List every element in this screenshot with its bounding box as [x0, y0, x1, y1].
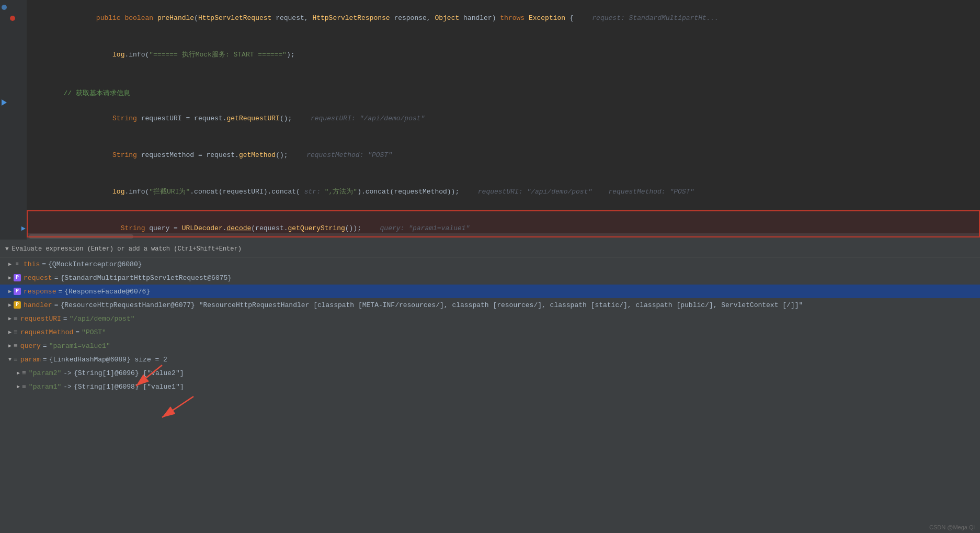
- debug-item-param[interactable]: ▼ ≡ param = {LinkedHashMap@6089} size = …: [0, 353, 980, 366]
- var-param2: "param2": [29, 369, 61, 377]
- csdn-watermark: CSDN @Mega Qi: [929, 524, 975, 530]
- code-line-7: log.info("拦截URI为".concat(requestURI).con…: [8, 174, 980, 210]
- breakpoint-dot-1: [10, 16, 15, 21]
- debugger-header: ▼ Evaluate expression (Enter) or add a w…: [0, 241, 980, 257]
- line-content-8: String query = URLDecoder.decode(request…: [27, 210, 980, 241]
- main-container: public boolean preHandle(HttpServletRequ…: [0, 0, 980, 533]
- code-line-8: ► String query = URLDecoder.decode(reque…: [8, 210, 980, 241]
- left-sidebar: [0, 0, 8, 240]
- line-content-1: public boolean preHandle(HttpServletRequ…: [27, 0, 980, 37]
- code-line-6: String requestMethod = request.getMethod…: [8, 137, 980, 174]
- expand-arrow-response[interactable]: ▶: [8, 288, 12, 294]
- line-gutter-3: [8, 73, 27, 87]
- debug-item-request[interactable]: ▶ P request = {StandardMultipartHttpServ…: [0, 271, 980, 285]
- var-param: param: [20, 356, 41, 364]
- val-param1: {String[1]@6098} ["value1"]: [74, 383, 184, 391]
- expand-arrow-handler[interactable]: ▶: [8, 302, 12, 308]
- hint-5: requestURI: "/api/demo/post": [302, 113, 425, 124]
- expand-arrow-param[interactable]: ▼: [8, 357, 12, 362]
- expand-arrow-query[interactable]: ▶: [8, 343, 12, 349]
- expand-arrow-requestmethod[interactable]: ▶: [8, 329, 12, 335]
- code-text-2: log.info("====== 执行Mock服务: START ======"…: [31, 38, 295, 72]
- code-lines-container: public boolean preHandle(HttpServletRequ…: [8, 0, 980, 241]
- type-icon-query: ≡: [14, 342, 18, 350]
- eq-param: =: [43, 356, 47, 364]
- code-line-3: [8, 73, 980, 87]
- line-gutter-8: ►: [8, 210, 27, 241]
- eq-response: =: [58, 288, 62, 296]
- type-icon-param1: ≡: [22, 383, 26, 391]
- hint-7: requestURI: "/api/demo/post" requestMeth…: [470, 186, 694, 198]
- var-handler: handler: [24, 301, 52, 309]
- eq-this: =: [42, 260, 46, 268]
- debugger-body: ▶ ≡ this = {QMockInterceptor@6080} ▶ P r…: [0, 257, 980, 533]
- hint-1: request: StandardMultipartHt...: [584, 13, 719, 24]
- val-param: {LinkedHashMap@6089} size = 2: [49, 356, 167, 364]
- line-gutter-1: [8, 0, 27, 37]
- line-gutter-7: [8, 174, 27, 210]
- hint-6: requestMethod: "POST": [299, 150, 392, 161]
- val-query: "param1=value1": [49, 342, 110, 350]
- debug-item-this[interactable]: ▶ ≡ this = {QMockInterceptor@6080}: [0, 257, 980, 271]
- type-icon-requestmethod: ≡: [14, 328, 18, 336]
- line-content-3: [27, 73, 980, 87]
- debug-item-response[interactable]: ▶ P response = {ResponseFacade@6076}: [0, 285, 980, 298]
- type-icon-param2: ≡: [22, 369, 26, 377]
- val-handler: {ResourceHttpRequestHandler@6077} "Resou…: [60, 301, 803, 309]
- eq-param2: ->: [63, 369, 72, 377]
- val-param2: {String[1]@6096} ["value2"]: [74, 369, 184, 377]
- line-gutter-4: [8, 87, 27, 100]
- code-line-2: log.info("====== 执行Mock服务: START ======"…: [8, 37, 980, 73]
- var-requesturi: requestURI: [20, 315, 61, 323]
- eq-request: =: [54, 274, 59, 282]
- code-text-8: String query = URLDecoder.decode(request…: [31, 211, 361, 241]
- collapse-arrow[interactable]: ▼: [5, 246, 9, 252]
- code-text-6: String requestMethod = request.getMethod…: [31, 138, 288, 173]
- code-text-1: public boolean preHandle(HttpServletRequ…: [31, 1, 574, 36]
- debug-item-param1[interactable]: ▶ ≡ "param1" -> {String[1]@6098} ["value…: [0, 380, 980, 393]
- line-gutter-2: [8, 37, 27, 73]
- debug-item-param2[interactable]: ▶ ≡ "param2" -> {String[1]@6096} ["value…: [0, 366, 980, 380]
- expand-arrow-this[interactable]: ▶: [8, 261, 12, 267]
- val-response: {ResponseFacade@6076}: [64, 288, 150, 296]
- debug-item-handler[interactable]: ▶ P handler = {ResourceHttpRequestHandle…: [0, 298, 980, 312]
- line-content-2: log.info("====== 执行Mock服务: START ======"…: [27, 37, 980, 73]
- breakpoint-marker-1: [1, 4, 7, 10]
- var-this: this: [24, 260, 40, 268]
- eq-requesturi: =: [63, 315, 67, 323]
- expand-arrow-param2[interactable]: ▶: [17, 370, 20, 376]
- debug-item-requestmethod[interactable]: ▶ ≡ requestMethod = "POST": [0, 325, 980, 339]
- val-requestmethod: "POST": [82, 328, 106, 336]
- type-icon-this: ≡: [14, 260, 21, 268]
- debug-item-requesturi[interactable]: ▶ ≡ requestURI = "/api/demo/post": [0, 312, 980, 325]
- debug-stop-marker: [1, 99, 7, 106]
- debug-item-query[interactable]: ▶ ≡ query = "param1=value1": [0, 339, 980, 353]
- code-line-4: // 获取基本请求信息: [8, 87, 980, 100]
- type-icon-requesturi: ≡: [14, 315, 18, 323]
- type-icon-request: P: [14, 274, 21, 281]
- red-border-container: ► String query = URLDecoder.decode(reque…: [8, 210, 980, 241]
- expand-arrow-requesturi[interactable]: ▶: [8, 315, 12, 322]
- type-icon-handler: P: [14, 301, 21, 309]
- line-content-5: String requestURI = request.getRequestUR…: [27, 100, 980, 137]
- expand-arrow-request[interactable]: ▶: [8, 275, 12, 281]
- debugger-panel: ▼ Evaluate expression (Enter) or add a w…: [0, 241, 980, 533]
- var-requestmethod: requestMethod: [20, 328, 73, 336]
- line-gutter-5: [8, 100, 27, 137]
- hint-8: query: "param1=value1": [372, 223, 470, 234]
- editor-area: public boolean preHandle(HttpServletRequ…: [0, 0, 980, 241]
- type-icon-response: P: [14, 288, 21, 295]
- code-text-7: log.info("拦截URI为".concat(requestURI).con…: [31, 175, 459, 209]
- expand-arrow-param1[interactable]: ▶: [17, 383, 20, 390]
- val-request: {StandardMultipartHttpServletRequest@607…: [60, 274, 232, 282]
- val-this: {QMockInterceptor@6080}: [48, 260, 142, 268]
- var-response: response: [24, 288, 56, 296]
- type-icon-param: ≡: [14, 356, 18, 364]
- eq-requestmethod: =: [75, 328, 79, 336]
- var-request: request: [24, 274, 52, 282]
- code-text-5: String requestURI = request.getRequestUR…: [31, 101, 292, 136]
- var-param1: "param1": [29, 383, 61, 391]
- code-line-1: public boolean preHandle(HttpServletRequ…: [8, 0, 980, 37]
- var-query: query: [20, 342, 41, 350]
- eq-handler: =: [54, 301, 59, 309]
